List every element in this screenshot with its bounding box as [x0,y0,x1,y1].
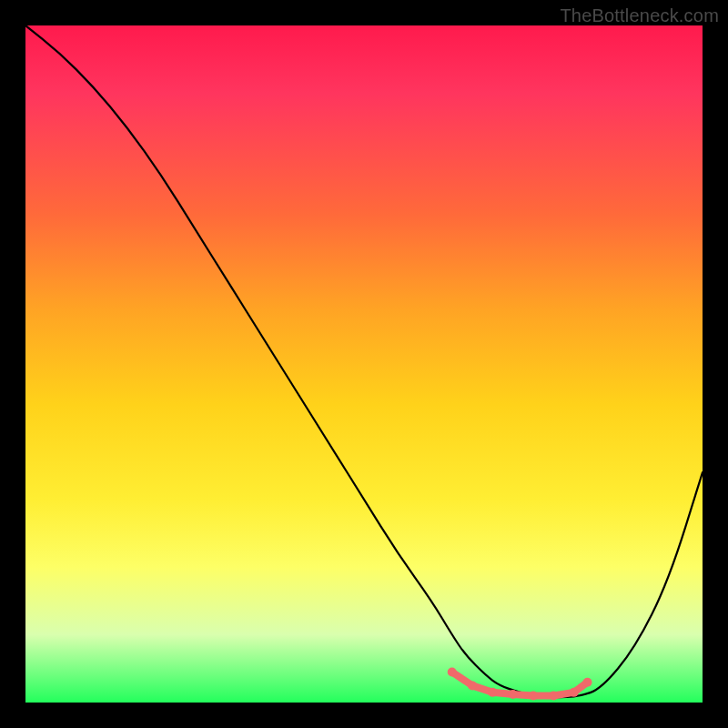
optimal-band-dot [570,688,579,697]
optimal-band-dot [529,692,538,701]
optimal-band-dot [488,688,497,697]
optimal-band-dot [468,681,477,690]
watermark-text: TheBottleneck.com [560,5,719,26]
optimal-band-dot [509,690,518,699]
optimal-band-dot [549,692,558,701]
chart-plot-area [25,25,703,703]
bottleneck-curve [25,25,703,697]
chart-svg [25,25,703,703]
optimal-band-dot [583,678,592,687]
optimal-band-dot [448,668,457,677]
